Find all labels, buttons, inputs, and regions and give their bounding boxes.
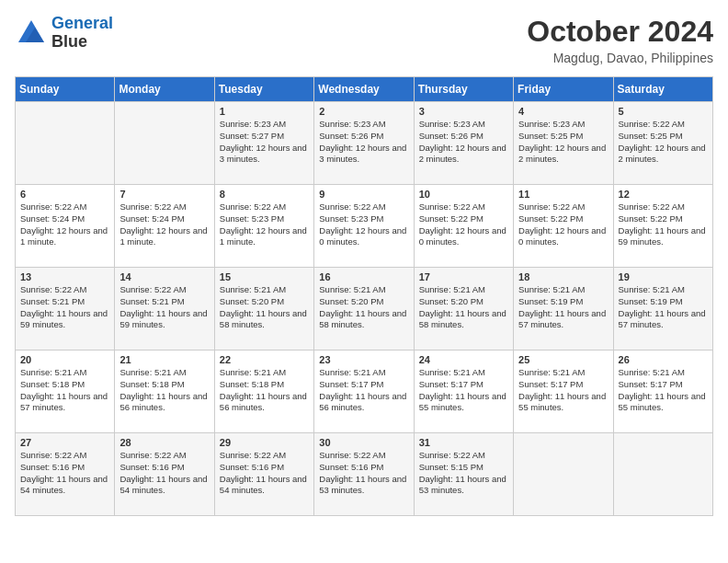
day-number: 22 [220, 354, 309, 365]
day-number: 30 [319, 437, 408, 448]
cell-content: Sunrise: 5:23 AM Sunset: 5:26 PM Dayligh… [419, 119, 508, 166]
calendar-cell: 12Sunrise: 5:22 AM Sunset: 5:22 PM Dayli… [613, 185, 712, 268]
cell-content: Sunrise: 5:23 AM Sunset: 5:27 PM Dayligh… [220, 119, 309, 166]
day-number: 3 [419, 106, 508, 117]
calendar-cell: 27Sunrise: 5:22 AM Sunset: 5:16 PM Dayli… [16, 433, 115, 516]
cell-content: Sunrise: 5:22 AM Sunset: 5:22 PM Dayligh… [419, 201, 508, 248]
calendar-cell: 21Sunrise: 5:21 AM Sunset: 5:18 PM Dayli… [115, 350, 214, 433]
day-number: 5 [619, 106, 708, 117]
calendar-week: 6Sunrise: 5:22 AM Sunset: 5:24 PM Daylig… [16, 185, 713, 268]
cell-content: Sunrise: 5:21 AM Sunset: 5:17 PM Dayligh… [419, 367, 508, 414]
calendar-cell: 20Sunrise: 5:21 AM Sunset: 5:18 PM Dayli… [16, 350, 115, 433]
cell-content: Sunrise: 5:22 AM Sunset: 5:16 PM Dayligh… [20, 450, 109, 497]
day-number: 31 [419, 437, 508, 448]
cell-content: Sunrise: 5:22 AM Sunset: 5:16 PM Dayligh… [119, 450, 209, 497]
calendar-cell: 19Sunrise: 5:21 AM Sunset: 5:19 PM Dayli… [613, 268, 712, 350]
calendar-cell: 15Sunrise: 5:21 AM Sunset: 5:20 PM Dayli… [214, 268, 313, 350]
day-number: 14 [119, 271, 209, 282]
day-of-week-header: Thursday [414, 77, 513, 102]
calendar-cell: 25Sunrise: 5:21 AM Sunset: 5:17 PM Dayli… [514, 350, 613, 433]
calendar-cell: 1Sunrise: 5:23 AM Sunset: 5:27 PM Daylig… [214, 102, 313, 185]
day-number: 21 [119, 354, 209, 365]
calendar-cell: 16Sunrise: 5:21 AM Sunset: 5:20 PM Dayli… [314, 268, 414, 350]
calendar-cell: 10Sunrise: 5:22 AM Sunset: 5:22 PM Dayli… [414, 185, 513, 268]
day-number: 20 [20, 354, 109, 365]
calendar-cell: 7Sunrise: 5:22 AM Sunset: 5:24 PM Daylig… [115, 185, 214, 268]
calendar-cell: 28Sunrise: 5:22 AM Sunset: 5:16 PM Dayli… [115, 433, 214, 516]
calendar-cell: 17Sunrise: 5:21 AM Sunset: 5:20 PM Dayli… [414, 268, 513, 350]
calendar-cell: 29Sunrise: 5:22 AM Sunset: 5:16 PM Dayli… [214, 433, 313, 516]
cell-content: Sunrise: 5:22 AM Sunset: 5:24 PM Dayligh… [20, 201, 109, 248]
day-number: 6 [20, 189, 109, 200]
cell-content: Sunrise: 5:21 AM Sunset: 5:20 PM Dayligh… [220, 284, 309, 331]
title-block: October 2024 Magdug, Davao, Philippines [527, 15, 713, 65]
day-number: 17 [419, 271, 508, 282]
calendar-cell: 23Sunrise: 5:21 AM Sunset: 5:17 PM Dayli… [314, 350, 414, 433]
cell-content: Sunrise: 5:22 AM Sunset: 5:16 PM Dayligh… [220, 450, 309, 497]
calendar-cell [514, 433, 613, 516]
calendar-cell [613, 433, 712, 516]
day-number: 15 [220, 271, 309, 282]
cell-content: Sunrise: 5:21 AM Sunset: 5:19 PM Dayligh… [619, 284, 708, 331]
calendar-cell: 5Sunrise: 5:22 AM Sunset: 5:25 PM Daylig… [613, 102, 712, 185]
day-number: 18 [518, 271, 608, 282]
calendar-cell: 6Sunrise: 5:22 AM Sunset: 5:24 PM Daylig… [16, 185, 115, 268]
day-number: 7 [119, 189, 209, 200]
day-of-week-header: Saturday [613, 77, 712, 102]
day-of-week-header: Sunday [16, 77, 115, 102]
logo: General Blue [15, 15, 113, 52]
day-number: 2 [319, 106, 408, 117]
cell-content: Sunrise: 5:22 AM Sunset: 5:21 PM Dayligh… [119, 284, 209, 331]
calendar-week: 27Sunrise: 5:22 AM Sunset: 5:16 PM Dayli… [16, 433, 713, 516]
calendar-cell: 26Sunrise: 5:21 AM Sunset: 5:17 PM Dayli… [613, 350, 712, 433]
day-of-week-header: Wednesday [314, 77, 414, 102]
cell-content: Sunrise: 5:22 AM Sunset: 5:16 PM Dayligh… [319, 450, 408, 497]
day-number: 16 [319, 271, 408, 282]
day-number: 11 [518, 189, 608, 200]
cell-content: Sunrise: 5:23 AM Sunset: 5:26 PM Dayligh… [319, 119, 408, 166]
calendar-week: 1Sunrise: 5:23 AM Sunset: 5:27 PM Daylig… [16, 102, 713, 185]
day-number: 1 [220, 106, 309, 117]
day-number: 4 [518, 106, 608, 117]
calendar-cell: 24Sunrise: 5:21 AM Sunset: 5:17 PM Dayli… [414, 350, 513, 433]
day-number: 29 [220, 437, 309, 448]
calendar-cell: 22Sunrise: 5:21 AM Sunset: 5:18 PM Dayli… [214, 350, 313, 433]
calendar-week: 20Sunrise: 5:21 AM Sunset: 5:18 PM Dayli… [16, 350, 713, 433]
cell-content: Sunrise: 5:22 AM Sunset: 5:22 PM Dayligh… [619, 201, 708, 248]
calendar-cell [16, 102, 115, 185]
cell-content: Sunrise: 5:21 AM Sunset: 5:17 PM Dayligh… [518, 367, 608, 414]
day-number: 25 [518, 354, 608, 365]
cell-content: Sunrise: 5:22 AM Sunset: 5:15 PM Dayligh… [419, 450, 508, 497]
cell-content: Sunrise: 5:22 AM Sunset: 5:23 PM Dayligh… [319, 201, 408, 248]
cell-content: Sunrise: 5:21 AM Sunset: 5:17 PM Dayligh… [619, 367, 708, 414]
day-of-week-header: Monday [115, 77, 214, 102]
cell-content: Sunrise: 5:23 AM Sunset: 5:25 PM Dayligh… [518, 119, 608, 166]
day-number: 13 [20, 271, 109, 282]
day-of-week-header: Friday [514, 77, 613, 102]
calendar-cell [115, 102, 214, 185]
cell-content: Sunrise: 5:21 AM Sunset: 5:18 PM Dayligh… [20, 367, 109, 414]
calendar-cell: 14Sunrise: 5:22 AM Sunset: 5:21 PM Dayli… [115, 268, 214, 350]
calendar-cell: 9Sunrise: 5:22 AM Sunset: 5:23 PM Daylig… [314, 185, 414, 268]
calendar-cell: 31Sunrise: 5:22 AM Sunset: 5:15 PM Dayli… [414, 433, 513, 516]
day-number: 9 [319, 189, 408, 200]
location-title: Magdug, Davao, Philippines [527, 51, 713, 65]
cell-content: Sunrise: 5:21 AM Sunset: 5:19 PM Dayligh… [518, 284, 608, 331]
cell-content: Sunrise: 5:22 AM Sunset: 5:24 PM Dayligh… [119, 201, 209, 248]
cell-content: Sunrise: 5:22 AM Sunset: 5:22 PM Dayligh… [518, 201, 608, 248]
day-of-week-header: Tuesday [214, 77, 313, 102]
cell-content: Sunrise: 5:22 AM Sunset: 5:25 PM Dayligh… [619, 119, 708, 166]
calendar-cell: 3Sunrise: 5:23 AM Sunset: 5:26 PM Daylig… [414, 102, 513, 185]
calendar-cell: 13Sunrise: 5:22 AM Sunset: 5:21 PM Dayli… [16, 268, 115, 350]
cell-content: Sunrise: 5:21 AM Sunset: 5:20 PM Dayligh… [319, 284, 408, 331]
calendar-table: SundayMondayTuesdayWednesdayThursdayFrid… [15, 76, 713, 516]
day-number: 27 [20, 437, 109, 448]
day-number: 19 [619, 271, 708, 282]
calendar-header: SundayMondayTuesdayWednesdayThursdayFrid… [16, 77, 713, 102]
day-number: 8 [220, 189, 309, 200]
calendar-cell: 8Sunrise: 5:22 AM Sunset: 5:23 PM Daylig… [214, 185, 313, 268]
cell-content: Sunrise: 5:21 AM Sunset: 5:18 PM Dayligh… [220, 367, 309, 414]
day-number: 28 [119, 437, 209, 448]
calendar-cell: 2Sunrise: 5:23 AM Sunset: 5:26 PM Daylig… [314, 102, 414, 185]
cell-content: Sunrise: 5:22 AM Sunset: 5:21 PM Dayligh… [20, 284, 109, 331]
